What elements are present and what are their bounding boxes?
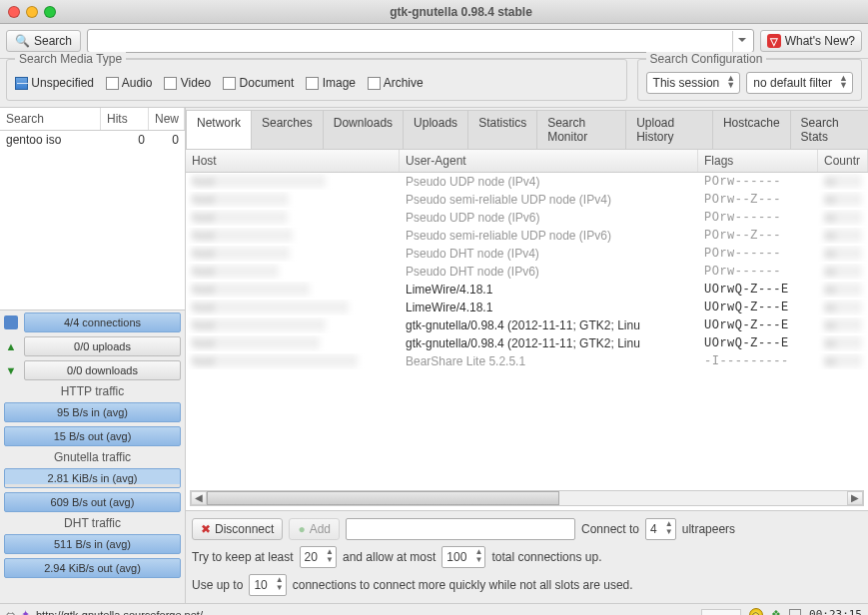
tab-statistics[interactable]: Statistics (467, 110, 537, 149)
connections-bar[interactable]: 4/4 connections (24, 312, 181, 332)
content: Network Searches Downloads Uploads Stati… (186, 108, 868, 603)
dht-traffic-label: DHT traffic (0, 514, 185, 532)
tab-history[interactable]: Upload History (625, 110, 713, 149)
th-flags[interactable]: Flags (698, 150, 818, 172)
dht-in-bar: 511 B/s in (avg) (4, 534, 181, 554)
gnutella-out-bar: 609 B/s out (avg) (4, 492, 181, 512)
tabs: Network Searches Downloads Uploads Stati… (186, 108, 868, 149)
th-host[interactable]: Host (186, 150, 400, 172)
tab-monitor[interactable]: Search Monitor (536, 110, 626, 149)
status-indicator-1 (701, 609, 741, 616)
download-icon: ▼ (4, 363, 18, 377)
cbx-unspecified[interactable]: Unspecified (15, 76, 94, 90)
titlebar: gtk-gnutella 0.98.4 stable (0, 0, 868, 24)
table-row[interactable]: hostPseudo DHT node (IPv4)POrw------xx (186, 245, 868, 263)
scroll-right-icon[interactable]: ▶ (847, 491, 863, 505)
connections-icon (4, 315, 18, 329)
dht-out-bar: 2.94 KiB/s out (avg) (4, 558, 181, 578)
gnutella-traffic-label: Gnutella traffic (0, 448, 185, 466)
cbx-document[interactable]: Document (223, 76, 294, 90)
whats-new-label: What's New? (785, 34, 855, 48)
downloads-bar[interactable]: 0/0 downloads (24, 360, 181, 380)
tab-network[interactable]: Network (186, 110, 252, 149)
smiley-icon: ☺ (749, 608, 763, 616)
connections-table: Host User-Agent Flags Countr hostPseudo … (186, 149, 868, 510)
tab-hostcache[interactable]: Hostcache (712, 110, 791, 149)
disconnect-icon: ✖ (201, 522, 211, 536)
table-row[interactable]: hostPseudo semi-reliable UDP node (IPv6)… (186, 227, 868, 245)
whats-new-button[interactable]: ▽ What's New? (760, 30, 862, 52)
filter-dropdown[interactable]: no default filter ▲▼ (746, 72, 853, 94)
th-country[interactable]: Countr (818, 150, 868, 172)
tab-uploads[interactable]: Uploads (403, 110, 468, 149)
table-row[interactable]: hostgtk-gnutella/0.98.4 (2012-11-11; GTK… (186, 316, 868, 334)
th-user-agent[interactable]: User-Agent (400, 150, 698, 172)
search-button[interactable]: 🔍 Search (6, 30, 81, 52)
table-row[interactable]: hostLimeWire/4.18.1UOrwQ-Z---Exx (186, 281, 868, 299)
close-icon[interactable] (8, 6, 20, 18)
search-button-label: Search (34, 34, 72, 48)
session-dropdown[interactable]: This session ▲▼ (646, 72, 741, 94)
search-config-label: Search Configuration (646, 52, 767, 66)
media-type-label: Search Media Type (15, 52, 126, 66)
uploads-bar[interactable]: 0/0 uploads (24, 336, 181, 356)
table-row[interactable]: hostPseudo DHT node (IPv6)POrw------xx (186, 263, 868, 281)
table-row[interactable]: hostBearShare Lite 5.2.5.1-I---------xx (186, 352, 868, 370)
scrollbar-thumb[interactable] (207, 491, 559, 505)
zoom-icon[interactable] (44, 6, 56, 18)
search-dropdown-icon[interactable] (732, 31, 752, 53)
col-search[interactable]: Search (0, 108, 101, 130)
sidebar: Search Hits New gentoo iso 0 0 4/4 conne… (0, 108, 186, 603)
resize-grip-icon[interactable]: ⇔ (6, 608, 15, 615)
cbx-image[interactable]: Image (306, 76, 356, 90)
controls: ✖ Disconnect ● Add Connect to 4▲▼ ultrap… (186, 510, 868, 603)
ultrapeers-spin[interactable]: 4▲▼ (645, 518, 676, 540)
statusbar: ⇔ ✦ http://gtk-gnutella.sourceforge.net/… (0, 603, 868, 615)
tab-search-stats[interactable]: Search Stats (790, 110, 868, 149)
filter-row: Search Media Type Unspecified Audio Vide… (0, 59, 868, 108)
minimize-icon[interactable] (26, 6, 38, 18)
gnutella-in-bar: 2.81 KiB/s in (avg) (4, 468, 181, 488)
col-new[interactable]: New (149, 108, 185, 130)
table-row[interactable]: hostPseudo semi-reliable UDP node (IPv4)… (186, 191, 868, 209)
ultrapeers-label: ultrapeers (682, 522, 735, 536)
search-list[interactable]: gentoo iso 0 0 (0, 131, 185, 310)
sidebar-header: Search Hits New (0, 108, 185, 131)
upload-icon: ▲ (4, 339, 18, 353)
connect-to-label: Connect to (581, 522, 639, 536)
window-title: gtk-gnutella 0.98.4 stable (62, 5, 860, 19)
cbx-audio[interactable]: Audio (106, 76, 152, 90)
whats-new-icon: ▽ (767, 34, 781, 48)
col-hits[interactable]: Hits (101, 108, 149, 130)
table-row[interactable]: hostLimeWire/4.18.1UOrwQ-Z---Exx (186, 299, 868, 316)
cbx-video[interactable]: Video (164, 76, 211, 90)
search-input[interactable] (87, 29, 754, 53)
status-bullet-icon: ✦ (21, 608, 30, 615)
table-row[interactable]: hostgtk-gnutella/0.98.4 (2012-11-11; GTK… (186, 334, 868, 352)
tab-downloads[interactable]: Downloads (323, 110, 404, 149)
main-area: Search Hits New gentoo iso 0 0 4/4 conne… (0, 108, 868, 603)
tab-searches[interactable]: Searches (251, 110, 324, 149)
http-in-bar: 95 B/s in (avg) (4, 402, 181, 422)
table-header: Host User-Agent Flags Countr (186, 150, 868, 173)
table-body[interactable]: hostPseudo UDP node (IPv4)POrw------xxho… (186, 173, 868, 486)
allow-max-spin[interactable]: 100▲▼ (441, 546, 485, 568)
network-icon (789, 609, 801, 616)
keep-min-spin[interactable]: 20▲▼ (300, 546, 337, 568)
cbx-archive[interactable]: Archive (368, 76, 424, 90)
disconnect-button[interactable]: ✖ Disconnect (192, 518, 283, 540)
http-out-bar: 15 B/s out (avg) (4, 426, 181, 446)
add-icon: ● (298, 522, 305, 536)
horizontal-scrollbar[interactable]: ◀ ▶ (190, 490, 864, 506)
status-url: http://gtk-gnutella.sourceforge.net/ (36, 609, 203, 616)
search-row[interactable]: gentoo iso 0 0 (0, 131, 185, 149)
table-row[interactable]: hostPseudo UDP node (IPv6)POrw------xx (186, 209, 868, 227)
uptime-clock: 00:23:15 (809, 608, 862, 615)
leaf-icon: ❖ (771, 608, 781, 615)
add-host-input[interactable] (346, 518, 575, 540)
media-type-group: Search Media Type Unspecified Audio Vide… (6, 59, 627, 101)
scroll-left-icon[interactable]: ◀ (191, 491, 207, 505)
add-button[interactable]: ● Add (289, 518, 340, 540)
useup-spin[interactable]: 10▲▼ (249, 574, 286, 596)
table-row[interactable]: hostPseudo UDP node (IPv4)POrw------xx (186, 173, 868, 191)
